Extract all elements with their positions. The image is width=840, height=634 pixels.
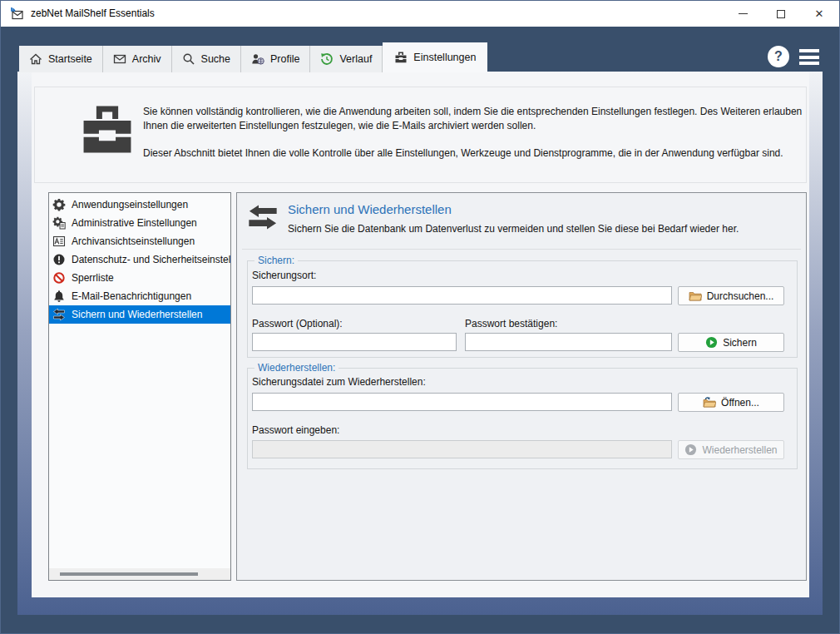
tab-label: Suche <box>201 53 230 65</box>
admin-gear-icon <box>52 216 66 230</box>
menu-button[interactable] <box>799 49 819 65</box>
open-folder-icon <box>703 396 716 409</box>
tab-label: Startseite <box>48 53 92 65</box>
intro-text: Sie können vollständig kontrollieren, wi… <box>143 105 804 161</box>
restore-button-label: Wiederherstellen <box>702 444 777 456</box>
list-item-label: Datenschutz- und Sicherheitseinstellunge… <box>72 254 230 265</box>
app-window: zebNet MailShelf Essentials ✕ Startseite… <box>0 0 840 634</box>
list-item-sperrliste[interactable]: Sperrliste <box>49 269 230 287</box>
hamburger-icon <box>799 49 819 52</box>
profiles-icon <box>251 52 264 66</box>
backup-confirm-input[interactable] <box>465 333 672 351</box>
minimize-button[interactable] <box>724 1 762 27</box>
gear-icon <box>52 198 66 211</box>
close-button[interactable]: ✕ <box>800 1 838 27</box>
scrollbar-thumb[interactable] <box>60 572 198 576</box>
tab-label: Profile <box>270 53 299 65</box>
open-button[interactable]: Öffnen... <box>678 393 784 412</box>
window-title: zebNet MailShelf Essentials <box>31 1 155 27</box>
intro-paragraph-1: Sie können vollständig kontrollieren, wi… <box>143 105 804 133</box>
list-item-label: E-Mail-Benachrichtigungen <box>72 290 191 302</box>
restore-password-label: Passwort eingeben: <box>252 424 339 436</box>
envelope-icon <box>113 52 126 66</box>
intro-panel: Sie können vollständig kontrollieren, wi… <box>34 87 807 183</box>
home-icon <box>29 52 42 66</box>
tab-verlauf[interactable]: Verlauf <box>310 46 383 72</box>
settings-page: Sie können vollständig kontrollieren, wi… <box>32 72 809 597</box>
backup-confirm-label: Passwort bestätigen: <box>465 318 557 329</box>
browse-button-label: Durchsuchen... <box>707 290 774 302</box>
open-button-label: Öffnen... <box>721 397 759 409</box>
swap-arrows-icon <box>52 308 66 321</box>
backup-restore-panel: Sichern und Wiederherstellen Sichern Sie… <box>236 192 807 581</box>
backup-location-label: Sicherungsort: <box>252 270 316 281</box>
backup-restore-icon <box>247 205 279 230</box>
tab-archiv[interactable]: Archiv <box>103 46 172 72</box>
list-item-label: Administrative Einstellungen <box>72 217 197 229</box>
maximize-icon <box>777 10 785 18</box>
app-logo-icon <box>10 7 24 21</box>
horizontal-scrollbar[interactable] <box>49 568 230 580</box>
tab-label: Archiv <box>132 53 161 65</box>
close-icon: ✕ <box>815 8 824 19</box>
toolbox-large-icon <box>75 101 140 159</box>
play-icon <box>705 336 718 349</box>
restore-file-label: Sicherungsdatei zum Wiederherstellen: <box>252 376 426 388</box>
tab-label: Einstellungen <box>413 52 476 63</box>
list-item-label: Anwendungseinstellungen <box>72 199 188 211</box>
restore-password-input[interactable] <box>252 440 672 458</box>
restore-button[interactable]: Wiederherstellen <box>678 440 784 459</box>
play-disabled-icon <box>684 443 697 456</box>
panel-title: Sichern und Wiederherstellen <box>288 202 452 216</box>
folder-icon <box>689 290 702 302</box>
bell-icon <box>52 290 66 303</box>
separator <box>242 249 801 250</box>
panel-subtitle: Sichern Sie die Datenbank um Datenverlus… <box>288 223 739 235</box>
tab-label: Verlauf <box>339 53 372 65</box>
maximize-button[interactable] <box>762 1 800 27</box>
backup-password-label: Passwort (Optional): <box>252 318 343 329</box>
privacy-warning-icon <box>52 253 66 266</box>
backup-group: Sichern: Sicherungsort: Durchsuchen... P… <box>247 260 798 358</box>
list-item-archivansichtseinstellungen[interactable]: Archivansichtseinstellungen <box>49 232 230 250</box>
tab-profile[interactable]: Profile <box>241 46 310 72</box>
restore-group-legend: Wiederherstellen: <box>254 362 338 374</box>
backup-password-input[interactable] <box>252 333 457 351</box>
list-item-label: Archivansichtseinstellungen <box>72 235 195 247</box>
search-icon <box>182 52 195 66</box>
history-icon <box>320 52 334 66</box>
restore-group: Wiederherstellen: Sicherungsdatei zum Wi… <box>247 368 798 469</box>
restore-file-input[interactable] <box>252 393 672 411</box>
list-item-datenschutz-sicherheit[interactable]: Datenschutz- und Sicherheitseinstellunge… <box>49 250 230 269</box>
backup-button-label: Sichern <box>723 337 757 349</box>
toolbox-icon <box>394 51 408 64</box>
backup-group-legend: Sichern: <box>254 255 298 266</box>
settings-category-list: Anwendungseinstellungen Administrative E… <box>48 192 231 581</box>
backup-button[interactable]: Sichern <box>678 333 784 352</box>
tab-suche[interactable]: Suche <box>172 46 241 72</box>
intro-paragraph-2: Dieser Abschnitt bietet Ihnen die volle … <box>143 146 804 161</box>
list-item-sichern-wiederherstellen[interactable]: Sichern und Wiederherstellen <box>49 305 230 324</box>
tab-bar: Startseite Archiv Suche Profile <box>19 42 487 72</box>
minimize-icon <box>739 13 748 14</box>
help-button[interactable]: ? <box>768 46 789 67</box>
list-item-label: Sichern und Wiederherstellen <box>72 309 202 320</box>
list-item-anwendungseinstellungen[interactable]: Anwendungseinstellungen <box>49 196 230 214</box>
list-item-email-benachrichtigungen[interactable]: E-Mail-Benachrichtigungen <box>49 287 230 305</box>
help-icon: ? <box>774 49 783 64</box>
browse-button[interactable]: Durchsuchen... <box>678 286 784 305</box>
list-item-administrative-einstellungen[interactable]: Administrative Einstellungen <box>49 214 230 232</box>
tab-einstellungen[interactable]: Einstellungen <box>383 42 487 72</box>
block-icon <box>52 271 66 285</box>
title-bar: zebNet MailShelf Essentials ✕ <box>1 1 839 27</box>
tab-startseite[interactable]: Startseite <box>19 46 103 72</box>
list-item-label: Sperrliste <box>72 272 114 284</box>
backup-location-input[interactable] <box>252 286 672 305</box>
archive-view-icon <box>52 235 66 248</box>
